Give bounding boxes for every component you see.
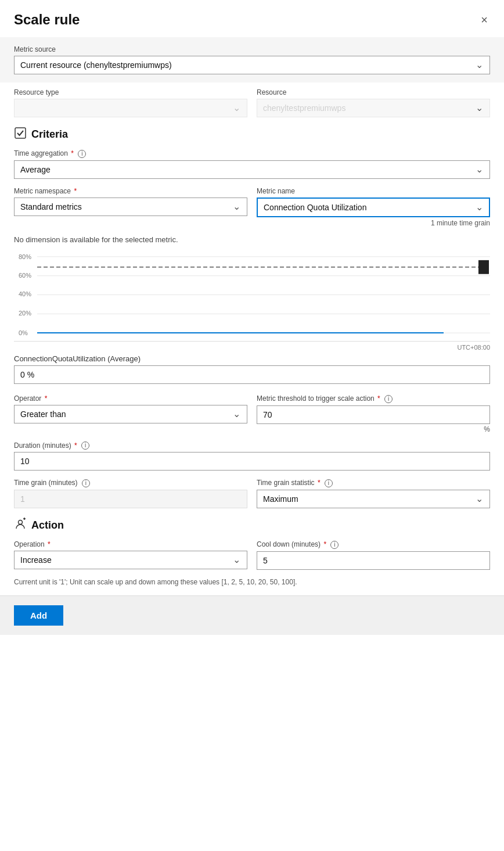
threshold-input[interactable]: 70 bbox=[257, 405, 490, 424]
duration-label: Duration (minutes) * i bbox=[14, 441, 490, 450]
threshold-unit: % bbox=[257, 425, 490, 433]
time-grain-note: 1 minute time grain bbox=[257, 219, 490, 227]
time-aggregation-select[interactable]: Average bbox=[14, 160, 490, 179]
metric-name-col: Metric name Connection Quota Utilization… bbox=[257, 187, 490, 227]
cool-down-info[interactable]: i bbox=[330, 541, 339, 549]
time-aggregation-info[interactable]: i bbox=[78, 150, 86, 158]
time-grain-statistic-label: Time grain statistic * i bbox=[257, 479, 490, 487]
time-grain-statistic-select[interactable]: Maximum bbox=[257, 490, 490, 508]
criteria-icon bbox=[14, 127, 27, 142]
time-grain-statistic-col: Time grain statistic * i Maximum bbox=[257, 479, 490, 508]
metric-source-select[interactable]: Current resource (chenyltestpremiumwps) bbox=[14, 56, 490, 74]
metric-namespace-label: Metric namespace * bbox=[14, 187, 247, 195]
metric-namespace-required: * bbox=[74, 187, 77, 195]
resource-col: Resource chenyltestpremiumwps bbox=[257, 88, 490, 117]
metric-namespace-select[interactable]: Standard metrics bbox=[14, 198, 247, 216]
svg-point-14 bbox=[19, 520, 23, 525]
action-heading: Action bbox=[14, 518, 490, 533]
svg-text:20%: 20% bbox=[19, 310, 31, 317]
add-button[interactable]: Add bbox=[14, 605, 63, 626]
operator-select[interactable]: Greater than bbox=[14, 405, 247, 423]
time-grain-statistic-wrapper: Maximum bbox=[257, 490, 490, 508]
time-grain-minutes-input: 1 bbox=[14, 490, 247, 508]
operation-select[interactable]: Increase bbox=[14, 551, 247, 569]
criteria-text: Criteria bbox=[31, 128, 68, 141]
svg-text:40%: 40% bbox=[19, 290, 31, 297]
time-grain-statistic-required: * bbox=[318, 479, 321, 487]
metric-namespace-wrapper: Standard metrics bbox=[14, 198, 247, 216]
metric-row: Metric namespace * Standard metrics Metr… bbox=[14, 187, 490, 227]
panel-header: Scale rule × bbox=[0, 0, 504, 37]
utc-label: UTC+08:00 bbox=[14, 344, 490, 351]
resource-type-label: Resource type bbox=[14, 88, 247, 96]
metric-namespace-col: Metric namespace * Standard metrics bbox=[14, 187, 247, 227]
cool-down-col: Cool down (minutes) * i 5 bbox=[257, 540, 490, 570]
duration-info[interactable]: i bbox=[81, 441, 89, 450]
time-grain-minutes-col: Time grain (minutes) i 1 bbox=[14, 479, 247, 508]
criteria-heading: Criteria bbox=[14, 127, 490, 142]
metric-name-label: Metric name bbox=[257, 187, 490, 195]
resource-wrapper: chenyltestpremiumwps bbox=[257, 99, 490, 117]
svg-rect-12 bbox=[478, 260, 489, 274]
action-text: Action bbox=[31, 519, 64, 532]
chart-area: 80% 60% 40% 20% 0% bbox=[14, 249, 490, 342]
duration-input[interactable]: 10 bbox=[14, 452, 490, 471]
resource-type-col: Resource type bbox=[14, 88, 247, 117]
cool-down-label: Cool down (minutes) * i bbox=[257, 540, 490, 549]
metric-source-wrapper: Current resource (chenyltestpremiumwps) bbox=[14, 56, 490, 74]
resource-type-select bbox=[14, 99, 247, 117]
chart-svg: 80% 60% 40% 20% 0% bbox=[14, 249, 490, 341]
unit-note: Current unit is '1'; Unit can scale up a… bbox=[14, 578, 490, 586]
operation-required: * bbox=[48, 540, 51, 548]
operator-label: Operator * bbox=[14, 394, 247, 403]
time-aggregation-required: * bbox=[71, 149, 74, 157]
time-grain-minutes-label: Time grain (minutes) i bbox=[14, 479, 247, 487]
resource-type-wrapper bbox=[14, 99, 247, 117]
cool-down-input[interactable]: 5 bbox=[257, 551, 490, 570]
operation-col: Operation * Increase bbox=[14, 540, 247, 570]
resource-row: Resource type Resource chenyltestpremium… bbox=[14, 88, 490, 117]
metric-source-section: Metric source Current resource (chenylte… bbox=[0, 37, 504, 82]
resource-label: Resource bbox=[257, 88, 490, 96]
threshold-required: * bbox=[377, 394, 380, 403]
threshold-col: Metric threshold to trigger scale action… bbox=[257, 394, 490, 433]
svg-text:60%: 60% bbox=[19, 272, 31, 279]
metric-name-select[interactable]: Connection Quota Utilization bbox=[257, 198, 490, 217]
metric-value-box: 0 % bbox=[14, 365, 490, 384]
threshold-label: Metric threshold to trigger scale action… bbox=[257, 394, 490, 403]
svg-text:0%: 0% bbox=[19, 329, 28, 336]
metric-source-label: Metric source bbox=[14, 45, 490, 53]
operation-label: Operation * bbox=[14, 540, 247, 548]
svg-text:80%: 80% bbox=[19, 253, 31, 260]
svg-rect-0 bbox=[15, 128, 26, 138]
no-dimension-note: No dimension is available for the select… bbox=[14, 235, 490, 244]
operation-cooldown-row: Operation * Increase Cool down (minutes)… bbox=[14, 540, 490, 570]
panel-title: Scale rule bbox=[14, 12, 80, 28]
close-button[interactable]: × bbox=[478, 12, 490, 28]
time-aggregation-wrapper: Average bbox=[14, 160, 490, 179]
operator-threshold-row: Operator * Greater than Metric threshold… bbox=[14, 394, 490, 433]
time-grain-minutes-info[interactable]: i bbox=[82, 479, 90, 487]
resource-select: chenyltestpremiumwps bbox=[257, 99, 490, 117]
metric-display-label: ConnectionQuotaUtilization (Average) bbox=[14, 354, 490, 363]
main-content: Resource type Resource chenyltestpremium… bbox=[0, 88, 504, 586]
operator-wrapper: Greater than bbox=[14, 405, 247, 423]
operator-col: Operator * Greater than bbox=[14, 394, 247, 433]
action-icon bbox=[14, 518, 27, 533]
threshold-info[interactable]: i bbox=[384, 395, 393, 403]
time-aggregation-label: Time aggregation * i bbox=[14, 149, 490, 158]
operation-wrapper: Increase bbox=[14, 551, 247, 569]
metric-name-wrapper: Connection Quota Utilization bbox=[257, 198, 490, 217]
time-grain-row: Time grain (minutes) i 1 Time grain stat… bbox=[14, 479, 490, 508]
time-aggregation-row: Time aggregation * i Average bbox=[14, 149, 490, 179]
scale-rule-panel: Scale rule × Metric source Current resou… bbox=[0, 0, 504, 635]
cool-down-required: * bbox=[323, 540, 326, 548]
operator-required: * bbox=[45, 394, 48, 403]
duration-required: * bbox=[74, 441, 77, 450]
footer-bar: Add bbox=[0, 595, 504, 635]
time-grain-statistic-info[interactable]: i bbox=[325, 479, 333, 487]
duration-row: Duration (minutes) * i 10 bbox=[14, 441, 490, 471]
